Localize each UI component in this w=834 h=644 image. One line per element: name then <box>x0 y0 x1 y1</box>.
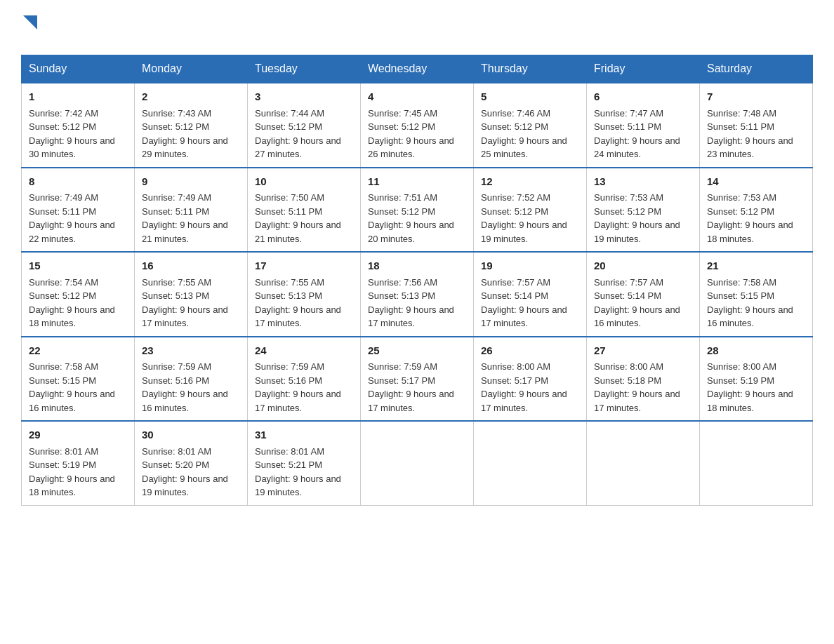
sunrise-text: Sunrise: 7:57 AM <box>481 277 550 288</box>
calendar-header-monday: Monday <box>135 55 248 83</box>
daylight-text: Daylight: 9 hours and 17 minutes. <box>142 304 228 329</box>
calendar-week-row: 8Sunrise: 7:49 AMSunset: 5:11 PMDaylight… <box>22 168 813 253</box>
sunrise-text: Sunrise: 7:53 AM <box>707 192 776 203</box>
sunset-text: Sunset: 5:13 PM <box>255 290 322 301</box>
calendar-cell: 6Sunrise: 7:47 AMSunset: 5:11 PMDaylight… <box>587 83 700 168</box>
daylight-text: Daylight: 9 hours and 17 minutes. <box>255 304 341 329</box>
daylight-text: Daylight: 9 hours and 17 minutes. <box>481 304 567 329</box>
day-number: 29 <box>29 427 127 443</box>
calendar-table: SundayMondayTuesdayWednesdayThursdayFrid… <box>21 55 813 506</box>
calendar-cell: 13Sunrise: 7:53 AMSunset: 5:12 PMDayligh… <box>587 168 700 253</box>
calendar-cell: 31Sunrise: 8:01 AMSunset: 5:21 PMDayligh… <box>248 421 361 505</box>
daylight-text: Daylight: 9 hours and 21 minutes. <box>142 220 228 244</box>
day-number: 23 <box>142 343 240 359</box>
calendar-cell: 16Sunrise: 7:55 AMSunset: 5:13 PMDayligh… <box>135 252 248 337</box>
day-number: 16 <box>142 258 240 274</box>
sunrise-text: Sunrise: 7:45 AM <box>368 108 437 119</box>
calendar-cell: 30Sunrise: 8:01 AMSunset: 5:20 PMDayligh… <box>135 421 248 505</box>
calendar-cell <box>361 421 474 505</box>
calendar-cell <box>474 421 587 505</box>
sunset-text: Sunset: 5:19 PM <box>29 459 96 470</box>
daylight-text: Daylight: 9 hours and 29 minutes. <box>142 135 228 160</box>
daylight-text: Daylight: 9 hours and 18 minutes. <box>707 220 793 244</box>
calendar-cell: 10Sunrise: 7:50 AMSunset: 5:11 PMDayligh… <box>248 168 361 253</box>
sunset-text: Sunset: 5:11 PM <box>255 206 322 217</box>
sunrise-text: Sunrise: 7:55 AM <box>142 277 211 288</box>
day-number: 12 <box>481 174 579 190</box>
day-number: 1 <box>29 89 127 105</box>
sunrise-text: Sunrise: 7:43 AM <box>142 108 211 119</box>
day-number: 10 <box>255 174 353 190</box>
sunset-text: Sunset: 5:12 PM <box>368 121 435 132</box>
calendar-cell: 28Sunrise: 8:00 AMSunset: 5:19 PMDayligh… <box>700 337 813 422</box>
day-number: 28 <box>707 343 805 359</box>
daylight-text: Daylight: 9 hours and 26 minutes. <box>368 135 454 160</box>
day-number: 27 <box>594 343 692 359</box>
sunrise-text: Sunrise: 7:59 AM <box>142 361 211 372</box>
day-number: 25 <box>368 343 466 359</box>
calendar-cell: 15Sunrise: 7:54 AMSunset: 5:12 PMDayligh… <box>22 252 135 337</box>
calendar-header-saturday: Saturday <box>700 55 813 83</box>
sunset-text: Sunset: 5:13 PM <box>368 290 435 301</box>
calendar-cell: 1Sunrise: 7:42 AMSunset: 5:12 PMDaylight… <box>22 83 135 168</box>
day-number: 14 <box>707 174 805 190</box>
daylight-text: Daylight: 9 hours and 25 minutes. <box>481 135 567 160</box>
calendar-week-row: 29Sunrise: 8:01 AMSunset: 5:19 PMDayligh… <box>22 421 813 505</box>
day-number: 11 <box>368 174 466 190</box>
sunrise-text: Sunrise: 8:00 AM <box>481 361 550 372</box>
sunset-text: Sunset: 5:14 PM <box>594 290 661 301</box>
calendar-cell <box>700 421 813 505</box>
calendar-cell: 8Sunrise: 7:49 AMSunset: 5:11 PMDaylight… <box>22 168 135 253</box>
sunset-text: Sunset: 5:12 PM <box>142 121 209 132</box>
calendar-cell: 5Sunrise: 7:46 AMSunset: 5:12 PMDaylight… <box>474 83 587 168</box>
day-number: 24 <box>255 343 353 359</box>
calendar-cell: 7Sunrise: 7:48 AMSunset: 5:11 PMDaylight… <box>700 83 813 168</box>
sunrise-text: Sunrise: 8:00 AM <box>594 361 663 372</box>
day-number: 20 <box>594 258 692 274</box>
sunset-text: Sunset: 5:18 PM <box>594 375 661 386</box>
day-number: 21 <box>707 258 805 274</box>
calendar-cell <box>587 421 700 505</box>
sunrise-text: Sunrise: 7:54 AM <box>29 277 98 288</box>
sunset-text: Sunset: 5:12 PM <box>707 206 774 217</box>
svg-marker-0 <box>23 15 37 29</box>
logo-arrow-icon <box>23 15 37 31</box>
calendar-cell: 14Sunrise: 7:53 AMSunset: 5:12 PMDayligh… <box>700 168 813 253</box>
calendar-cell: 29Sunrise: 8:01 AMSunset: 5:19 PMDayligh… <box>22 421 135 505</box>
calendar-cell: 21Sunrise: 7:58 AMSunset: 5:15 PMDayligh… <box>700 252 813 337</box>
calendar-cell: 12Sunrise: 7:52 AMSunset: 5:12 PMDayligh… <box>474 168 587 253</box>
calendar-cell: 23Sunrise: 7:59 AMSunset: 5:16 PMDayligh… <box>135 337 248 422</box>
sunrise-text: Sunrise: 7:55 AM <box>255 277 324 288</box>
calendar-cell: 11Sunrise: 7:51 AMSunset: 5:12 PMDayligh… <box>361 168 474 253</box>
daylight-text: Daylight: 9 hours and 27 minutes. <box>255 135 341 160</box>
calendar-cell: 9Sunrise: 7:49 AMSunset: 5:11 PMDaylight… <box>135 168 248 253</box>
calendar-cell: 24Sunrise: 7:59 AMSunset: 5:16 PMDayligh… <box>248 337 361 422</box>
daylight-text: Daylight: 9 hours and 17 minutes. <box>594 389 680 413</box>
sunrise-text: Sunrise: 7:56 AM <box>368 277 437 288</box>
sunset-text: Sunset: 5:20 PM <box>142 459 209 470</box>
calendar-header-tuesday: Tuesday <box>248 55 361 83</box>
sunrise-text: Sunrise: 8:01 AM <box>255 446 324 457</box>
daylight-text: Daylight: 9 hours and 20 minutes. <box>368 220 454 244</box>
calendar-header-friday: Friday <box>587 55 700 83</box>
sunset-text: Sunset: 5:17 PM <box>368 375 435 386</box>
day-number: 18 <box>368 258 466 274</box>
calendar-cell: 18Sunrise: 7:56 AMSunset: 5:13 PMDayligh… <box>361 252 474 337</box>
day-number: 31 <box>255 427 353 443</box>
sunset-text: Sunset: 5:13 PM <box>142 290 209 301</box>
sunrise-text: Sunrise: 7:51 AM <box>368 192 437 203</box>
calendar-cell: 22Sunrise: 7:58 AMSunset: 5:15 PMDayligh… <box>22 337 135 422</box>
day-number: 3 <box>255 89 353 105</box>
sunset-text: Sunset: 5:12 PM <box>481 206 548 217</box>
day-number: 7 <box>707 89 805 105</box>
daylight-text: Daylight: 9 hours and 22 minutes. <box>29 220 115 244</box>
sunrise-text: Sunrise: 8:00 AM <box>707 361 776 372</box>
daylight-text: Daylight: 9 hours and 30 minutes. <box>29 135 115 160</box>
day-number: 30 <box>142 427 240 443</box>
day-number: 13 <box>594 174 692 190</box>
sunrise-text: Sunrise: 7:49 AM <box>142 192 211 203</box>
calendar-cell: 2Sunrise: 7:43 AMSunset: 5:12 PMDaylight… <box>135 83 248 168</box>
daylight-text: Daylight: 9 hours and 16 minutes. <box>707 304 793 329</box>
daylight-text: Daylight: 9 hours and 17 minutes. <box>481 389 567 413</box>
sunrise-text: Sunrise: 7:48 AM <box>707 108 776 119</box>
